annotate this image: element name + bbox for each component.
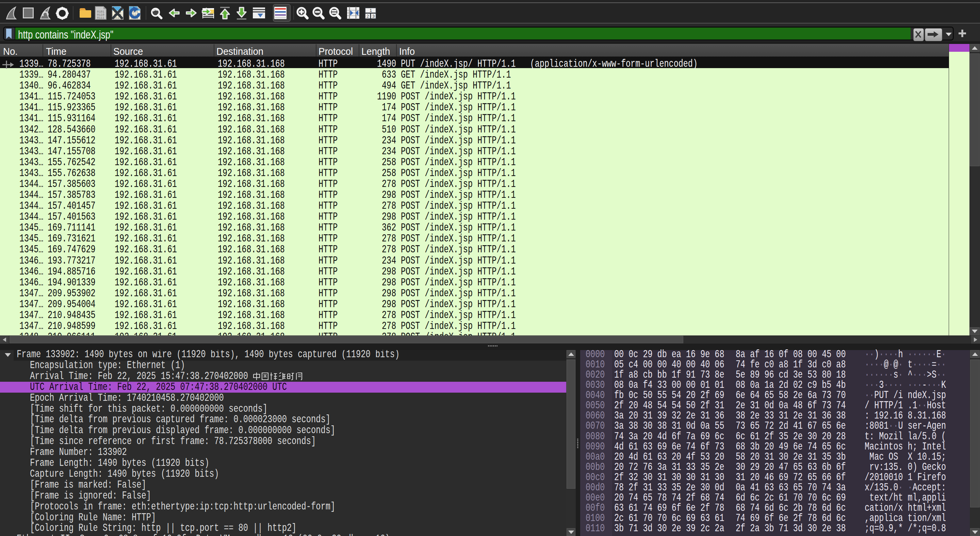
svg-text:3: 3	[372, 14, 375, 19]
svg-text:1: 1	[369, 8, 372, 13]
svg-text:0111: 0111	[97, 16, 105, 20]
svg-text:2: 2	[366, 14, 369, 19]
